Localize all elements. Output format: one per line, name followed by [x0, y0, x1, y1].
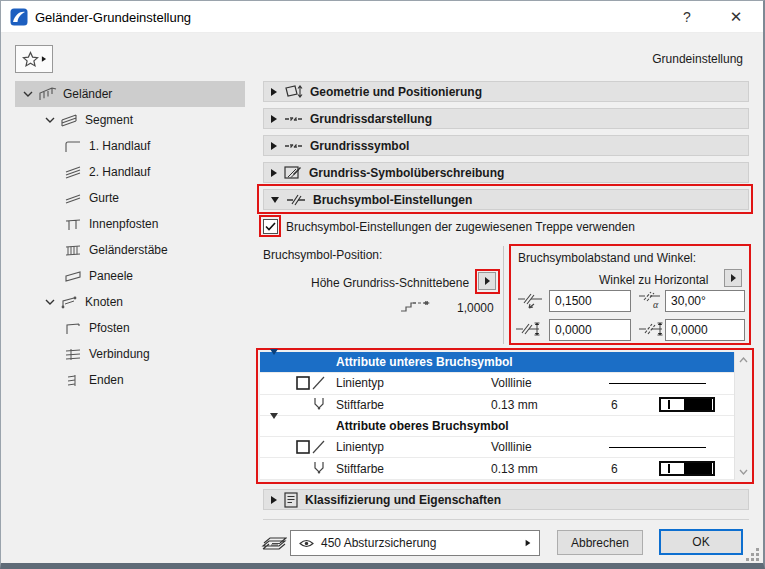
chevron-down-icon[interactable] [41, 299, 59, 306]
height-mode-flyout-button[interactable] [478, 272, 496, 290]
tree-item-pfosten[interactable]: Pfosten [15, 315, 245, 341]
component-tree: Geländer Segment 1. Handlauf 2. Handlauf… [15, 81, 245, 401]
scroll-up-icon[interactable] [735, 352, 751, 368]
flyout-arrow-icon [731, 274, 736, 282]
title-bar: Geländer-Grundeinstellung ? ✕ [1, 1, 763, 33]
chevron-down-icon[interactable] [19, 91, 37, 98]
svg-text:α: α [653, 299, 659, 310]
row-linetype-upper[interactable]: Linientyp Volllinie [260, 437, 734, 458]
tree-item-verbindung[interactable]: Verbindung [15, 341, 245, 367]
section-grundrisssymbol[interactable]: Grundrisssymbol [263, 135, 749, 156]
handrail-2-icon [63, 166, 85, 179]
ends-icon [63, 374, 85, 387]
expanded-arrow-icon [271, 197, 279, 203]
symbol-override-icon [284, 165, 302, 180]
close-button[interactable]: ✕ [715, 1, 757, 32]
use-stair-settings-label: Bruchsymbol-Einstellungen der zugewiesen… [286, 220, 635, 234]
segment-icon [59, 114, 81, 127]
row-pencolor-lower[interactable]: Stiftfarbe 0.13 mm 6 [260, 395, 734, 416]
flyout-arrow-icon [526, 540, 531, 546]
section-geometrie[interactable]: Geometrie und Positionierung [263, 81, 749, 102]
flyout-arrow-icon [485, 277, 490, 285]
height-value: 1,0000 [457, 301, 494, 315]
linetype-icon [296, 440, 326, 454]
height-mode-label: Höhe Grundriss-Schnittebene [311, 276, 469, 290]
upper-offset-input[interactable] [665, 319, 745, 341]
layer-value: 450 Absturzsicherung [321, 536, 436, 550]
tree-item-knoten[interactable]: Knoten [15, 289, 245, 315]
layer-selector[interactable]: 450 Absturzsicherung [290, 530, 540, 556]
angle-panel-title: Bruchsymbolabstand und Winkel: [518, 251, 696, 265]
expanded-arrow-icon[interactable] [270, 419, 278, 433]
section-klassifizierung[interactable]: Klassifizierung und Eigenschaften [263, 489, 749, 510]
collapsed-arrow-icon [271, 142, 277, 150]
tree-item-segment[interactable]: Segment [15, 107, 245, 133]
row-linetype-lower[interactable]: Linientyp Volllinie [260, 373, 734, 394]
tree-item-gelaenderstaebe[interactable]: Geländerstäbe [15, 237, 245, 263]
group-header-lower[interactable]: Attribute unteres Bruchsymbol [260, 352, 734, 373]
pen-icon [312, 397, 326, 412]
tree-item-innenpfosten[interactable]: Innenpfosten [15, 211, 245, 237]
break-angle-alpha-icon: α [638, 291, 663, 310]
favorites-button[interactable] [15, 45, 53, 73]
window-title: Geländer-Grundeinstellung [35, 10, 191, 25]
position-group-label: Bruchsymbol-Position: [263, 248, 382, 262]
flyout-arrow-icon [41, 56, 45, 62]
collapsed-arrow-icon [271, 169, 277, 177]
section-symboluberschreibung[interactable]: Grundriss-Symbolüberschreibung [263, 162, 749, 183]
resize-grip[interactable] [745, 547, 759, 561]
chevron-down-icon[interactable] [41, 117, 59, 124]
tree-item-gurte[interactable]: Gurte [15, 185, 245, 211]
section-bruchsymbol[interactable]: Bruchsymbol-Einstellungen [263, 189, 749, 210]
geometry-icon [284, 84, 303, 100]
preset-mode-label: Grundeinstellung [652, 52, 743, 66]
pen-color-swatch[interactable] [659, 397, 715, 412]
railing-default-settings-dialog: Geländer-Grundeinstellung ? ✕ Grundeinst… [0, 0, 765, 569]
expanded-arrow-icon[interactable] [270, 355, 278, 369]
tree-item-handlauf-2[interactable]: 2. Handlauf [15, 159, 245, 185]
plan-symbol-icon [284, 141, 303, 151]
balusters-icon [63, 244, 85, 257]
plan-display-icon [284, 114, 303, 124]
tree-item-paneele[interactable]: Paneele [15, 263, 245, 289]
angle-input[interactable] [665, 290, 745, 312]
star-icon [22, 51, 39, 68]
collapsed-arrow-icon [271, 496, 277, 504]
inner-posts-icon [63, 218, 85, 231]
tree-item-handlauf-1[interactable]: 1. Handlauf [15, 133, 245, 159]
cancel-button[interactable]: Abbrechen [557, 530, 643, 555]
pen-color-swatch[interactable] [659, 461, 715, 476]
group-header-upper[interactable]: Attribute oberes Bruchsymbol [260, 416, 734, 437]
rails-icon [63, 192, 85, 205]
node-icon [59, 296, 81, 309]
break-distance-icon [517, 293, 543, 310]
lower-offset-input[interactable] [549, 319, 631, 341]
section-grundrissdarstellung[interactable]: Grundrissdarstellung [263, 108, 749, 129]
upper-offset-icon [638, 321, 666, 338]
angle-mode-label: Winkel zu Horizontal [599, 273, 708, 287]
panel-icon [63, 270, 85, 283]
document-icon [284, 492, 298, 508]
pen-icon [312, 461, 326, 476]
ok-button[interactable]: OK [659, 529, 743, 555]
break-distance-input[interactable] [549, 290, 631, 312]
post-icon [63, 322, 85, 335]
scroll-down-icon[interactable] [735, 464, 751, 480]
archicad-logo-icon [10, 8, 28, 26]
checkmark-icon [265, 222, 276, 231]
use-stair-settings-checkbox[interactable] [263, 219, 278, 234]
table-scrollbar[interactable] [734, 352, 750, 480]
eye-icon [299, 539, 314, 548]
collapsed-arrow-icon [271, 115, 277, 123]
footer-divider [263, 519, 749, 520]
help-button[interactable]: ? [666, 1, 708, 32]
tree-item-gelaender[interactable]: Geländer [15, 81, 245, 107]
linetype-icon [296, 376, 326, 390]
line-preview [609, 447, 706, 449]
break-symbol-attribute-table: Attribute unteres Bruchsymbol Linientyp … [260, 352, 734, 480]
row-pencolor-upper[interactable]: Stiftfarbe 0.13 mm 6 [260, 458, 734, 479]
angle-mode-flyout-button[interactable] [724, 269, 742, 287]
collapsed-arrow-icon [271, 88, 277, 96]
railing-icon [37, 87, 59, 101]
tree-item-enden[interactable]: Enden [15, 367, 245, 393]
